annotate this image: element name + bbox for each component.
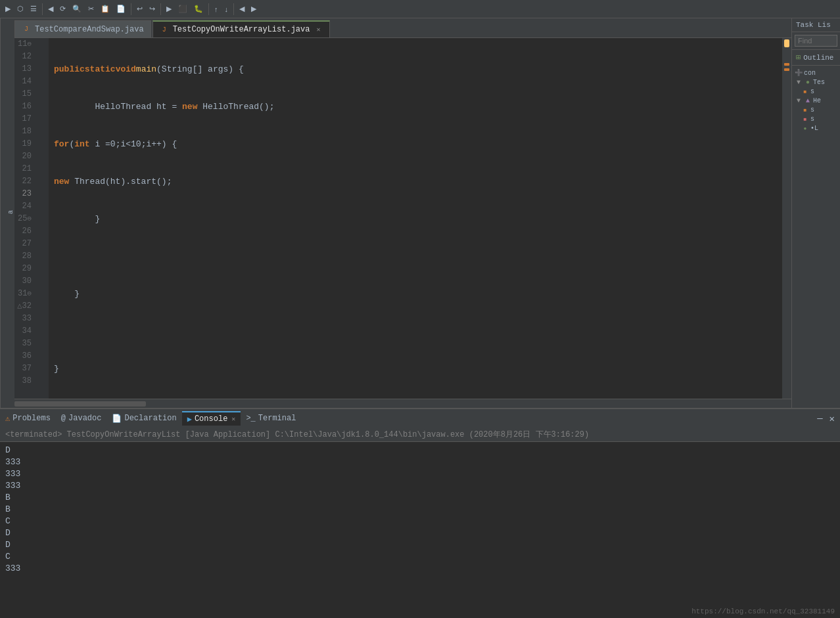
java-file-icon-2: J [160,25,169,34]
fold-25[interactable]: ⊖ [27,213,32,225]
toolbar-btn-nav-fwd[interactable]: ▶ [248,3,259,14]
tab-declaration[interactable]: 📄 Declaration [106,411,181,426]
task-find [792,32,840,49]
bottom-tabs-row: ⚠ Problems @ Javadoc 📄 Declaration ▶ Con… [0,409,840,428]
sep3 [160,3,161,15]
code-editor[interactable]: 11⊖ 12 13 14 15 16 17 18 19 20 21 22 23 … [14,38,791,399]
gutter-20 [39,150,49,163]
tab-javadoc-label: Javadoc [68,414,101,423]
gutter-32 [39,300,49,313]
outline-tes-class-icon: ● [804,78,812,86]
tab-compare-and-swap[interactable]: J TestCompareAndSwap.java [14,20,151,37]
line-num-38: 38 [14,375,35,387]
scroll-mark-1 [784,63,789,66]
toolbar-btn-4[interactable]: ◀ [45,3,56,14]
gutter-11 [39,38,49,51]
gutter-23 [39,188,49,200]
tab-copy-on-write[interactable]: J TestCopyOnWriteArrayList.java ✕ [152,20,331,37]
code-line-13: for(int i =0;i<10;i++) { [54,138,782,150]
outline-expand-tes[interactable]: ▼ [795,78,803,86]
outline-s1-label: s [810,88,814,95]
outline-he-s2-icon: ■ [801,115,809,123]
task-find-input[interactable] [795,35,837,47]
toolbar-btn-5[interactable]: ⟳ [57,3,68,14]
outline-item-tes-s[interactable]: ■ s [793,87,839,96]
outline-item-he-s2[interactable]: ■ s [793,114,839,123]
toolbar-btn-stop[interactable]: ⬛ [175,3,190,14]
tab-console[interactable]: ▶ Console ✕ [182,411,241,426]
main-toolbar: ▶ ⬡ ☰ ◀ ⟳ 🔍 ✂ 📋 📄 ↩ ↪ ▶ ⬛ 🐛 ↑ ↓ ◀ ▶ [0,0,840,18]
outline-tree: ➕ con ▼ ● Tes ■ s ▼ ▲ He [792,66,840,135]
fold-11[interactable]: ⊖ [27,38,32,51]
task-list-header: Task Lis [792,18,840,32]
toolbar-btn-6[interactable]: 🔍 [70,3,84,14]
tab-console-icon: ▶ [187,414,192,424]
line-num-20: 20 [14,150,35,163]
code-line-12: HelloThread ht = new HelloThread(); [54,100,782,113]
tab-console-close[interactable]: ✕ [231,415,235,423]
outline-item-tes[interactable]: ▼ ● Tes [793,77,839,87]
fold-31[interactable]: ⊖ [27,288,32,300]
tab-terminal[interactable]: >_ Terminal [241,411,301,426]
outline-label: Outline [803,54,833,62]
gutter-13 [39,63,49,76]
toolbar-btn-redo[interactable]: ↪ [147,3,158,14]
toolbar-btn-9[interactable]: 📄 [114,3,128,14]
toolbar-btn-up[interactable]: ↑ [212,4,221,14]
line-num-12: 12 [14,51,35,63]
task-list-label: Task Lis [796,21,831,29]
outline-item-con[interactable]: ➕ con [793,68,839,77]
gutter-30 [39,275,49,288]
tab-problems[interactable]: ⚠ Problems [0,411,56,426]
toolbar-btn-debug[interactable]: 🐛 [191,3,206,14]
gutter-37 [39,363,49,375]
gutter-29 [39,263,49,275]
console-line-3: 333 [5,468,835,480]
line-num-17: 17 [14,113,35,125]
outline-expand-he[interactable]: ▼ [795,97,803,104]
outline-icon: ⊞ [796,53,801,62]
toolbar-btn-2[interactable]: ⬡ [14,3,26,14]
line-num-16: 16 [14,100,35,113]
h-scroll-thumb [14,401,146,407]
line-num-28: 28 [14,250,35,263]
tab-javadoc[interactable]: @ Javadoc [56,411,107,426]
console-line-8: D [5,527,835,539]
code-content[interactable]: public static void main(String[] args) {… [49,38,782,399]
toolbar-btn-nav-back[interactable]: ◀ [237,3,247,14]
gutter-26 [39,225,49,238]
tab-declaration-icon: 📄 [112,414,122,424]
outline-item-he[interactable]: ▼ ▲ He [793,96,839,105]
tab-close-btn-2[interactable]: ✕ [314,25,323,34]
line-num-25: 25⊖ [14,213,35,225]
code-line-16 [54,250,782,263]
horizontal-scrollbar[interactable] [14,399,791,408]
outline-item-he-s1[interactable]: ■ s [793,105,839,114]
outline-he-s1-icon: ■ [801,106,809,114]
tab-problems-label: Problems [12,414,51,423]
gutter-25 [39,213,49,225]
bottom-panel: ⚠ Problems @ Javadoc 📄 Declaration ▶ Con… [0,408,840,618]
toolbar-btn-undo[interactable]: ↩ [134,3,145,14]
toolbar-btn-3[interactable]: ☰ [28,3,39,14]
toolbar-btn-app[interactable]: ▶ [3,3,13,14]
bottom-minimize-btn[interactable]: — [814,412,825,425]
tab-label-1: TestCompareAndSwap.java [35,25,144,34]
toolbar-btn-8[interactable]: 📋 [98,3,112,14]
gutter-28 [39,250,49,263]
bottom-close-btn[interactable]: ✕ [827,412,837,426]
console-line-5: B [5,492,835,504]
console-output[interactable]: D 333 333 333 B B C D D C 333 [0,442,840,618]
line-num-31: 31⊖ [14,288,35,300]
editor-scrollbar[interactable] [782,38,791,399]
outline-item-he-l[interactable]: ● •L [793,123,839,133]
toolbar-btn-run[interactable]: ▶ [164,3,174,14]
tab-declaration-label: Declaration [124,414,176,423]
console-line-7: C [5,516,835,527]
outline-con-label: con [804,70,816,77]
toolbar-btn-7[interactable]: ✂ [85,3,97,14]
line-num-14: 14 [14,76,35,88]
tab-problems-icon: ⚠ [5,414,10,424]
outline-he-label: He [813,97,821,104]
toolbar-btn-down[interactable]: ↓ [222,4,231,14]
